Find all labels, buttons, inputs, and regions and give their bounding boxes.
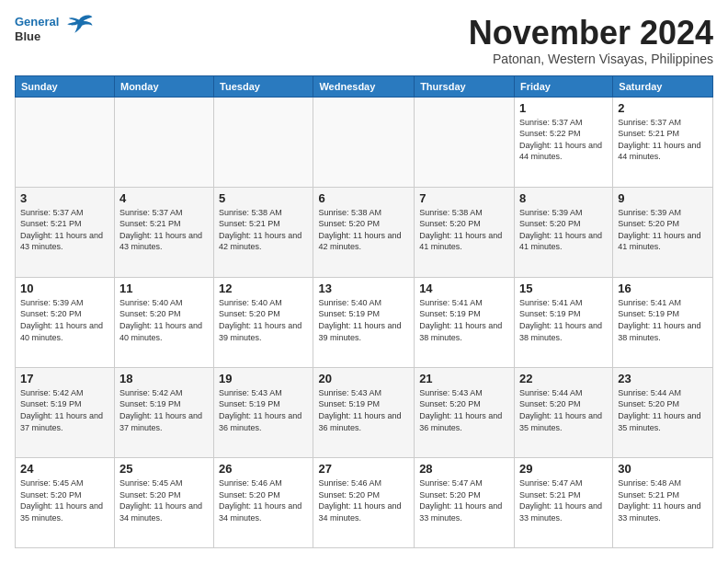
- calendar-cell: 3Sunrise: 5:37 AM Sunset: 5:21 PM Daylig…: [16, 187, 115, 277]
- day-info: Sunrise: 5:39 AM Sunset: 5:20 PM Dayligh…: [618, 207, 708, 253]
- day-number: 12: [219, 282, 308, 295]
- day-info: Sunrise: 5:44 AM Sunset: 5:20 PM Dayligh…: [519, 387, 608, 433]
- day-number: 30: [618, 462, 708, 476]
- calendar-cell: 26Sunrise: 5:46 AM Sunset: 5:20 PM Dayli…: [214, 457, 313, 547]
- page: General Blue November 2024 Patonan, West…: [0, 0, 728, 563]
- calendar-cell: 18Sunrise: 5:42 AM Sunset: 5:19 PM Dayli…: [114, 367, 213, 457]
- day-number: 11: [119, 282, 209, 295]
- col-sunday: Sunday: [16, 75, 115, 97]
- day-number: 22: [519, 372, 608, 385]
- day-number: 16: [618, 282, 708, 295]
- day-number: 20: [318, 372, 409, 385]
- day-info: Sunrise: 5:40 AM Sunset: 5:20 PM Dayligh…: [219, 297, 308, 343]
- calendar-cell: 30Sunrise: 5:48 AM Sunset: 5:21 PM Dayli…: [613, 457, 713, 547]
- day-info: Sunrise: 5:46 AM Sunset: 5:20 PM Dayligh…: [318, 477, 409, 523]
- calendar-cell: 28Sunrise: 5:47 AM Sunset: 5:20 PM Dayli…: [415, 457, 515, 547]
- calendar-cell: 11Sunrise: 5:40 AM Sunset: 5:20 PM Dayli…: [114, 277, 213, 367]
- calendar-cell: [114, 97, 213, 187]
- calendar-cell: 14Sunrise: 5:41 AM Sunset: 5:19 PM Dayli…: [415, 277, 515, 367]
- calendar-cell: 4Sunrise: 5:37 AM Sunset: 5:21 PM Daylig…: [114, 187, 213, 277]
- day-number: 10: [20, 282, 109, 295]
- day-number: 14: [419, 282, 509, 295]
- day-info: Sunrise: 5:44 AM Sunset: 5:20 PM Dayligh…: [618, 387, 708, 433]
- title-block: November 2024 Patonan, Western Visayas, …: [469, 15, 713, 66]
- calendar-cell: 29Sunrise: 5:47 AM Sunset: 5:21 PM Dayli…: [514, 457, 612, 547]
- calendar-cell: 7Sunrise: 5:38 AM Sunset: 5:20 PM Daylig…: [415, 187, 515, 277]
- day-number: 3: [20, 191, 109, 205]
- day-number: 1: [519, 101, 608, 115]
- calendar-week-row: 3Sunrise: 5:37 AM Sunset: 5:21 PM Daylig…: [16, 187, 713, 277]
- day-info: Sunrise: 5:37 AM Sunset: 5:21 PM Dayligh…: [20, 207, 109, 253]
- day-number: 28: [419, 462, 509, 476]
- day-number: 9: [618, 191, 708, 205]
- logo: General Blue: [15, 15, 94, 43]
- calendar-cell: 25Sunrise: 5:45 AM Sunset: 5:20 PM Dayli…: [114, 457, 213, 547]
- day-info: Sunrise: 5:41 AM Sunset: 5:19 PM Dayligh…: [519, 297, 608, 343]
- calendar-cell: 13Sunrise: 5:40 AM Sunset: 5:19 PM Dayli…: [313, 277, 415, 367]
- calendar-cell: 15Sunrise: 5:41 AM Sunset: 5:19 PM Dayli…: [514, 277, 612, 367]
- day-info: Sunrise: 5:46 AM Sunset: 5:20 PM Dayligh…: [219, 477, 308, 523]
- day-number: 24: [20, 462, 109, 476]
- day-number: 26: [219, 462, 308, 476]
- day-info: Sunrise: 5:38 AM Sunset: 5:20 PM Dayligh…: [318, 207, 409, 253]
- calendar-cell: 9Sunrise: 5:39 AM Sunset: 5:20 PM Daylig…: [613, 187, 713, 277]
- day-info: Sunrise: 5:42 AM Sunset: 5:19 PM Dayligh…: [20, 387, 109, 433]
- day-info: Sunrise: 5:40 AM Sunset: 5:19 PM Dayligh…: [318, 297, 409, 343]
- day-number: 21: [419, 372, 509, 385]
- calendar-cell: 12Sunrise: 5:40 AM Sunset: 5:20 PM Dayli…: [214, 277, 313, 367]
- day-number: 2: [618, 101, 708, 115]
- day-number: 4: [119, 191, 209, 205]
- calendar-week-row: 10Sunrise: 5:39 AM Sunset: 5:20 PM Dayli…: [16, 277, 713, 367]
- day-number: 5: [219, 191, 308, 205]
- day-info: Sunrise: 5:38 AM Sunset: 5:21 PM Dayligh…: [219, 207, 308, 253]
- col-saturday: Saturday: [613, 75, 713, 97]
- calendar-cell: 10Sunrise: 5:39 AM Sunset: 5:20 PM Dayli…: [16, 277, 115, 367]
- day-info: Sunrise: 5:38 AM Sunset: 5:20 PM Dayligh…: [419, 207, 509, 253]
- calendar-cell: 20Sunrise: 5:43 AM Sunset: 5:19 PM Dayli…: [313, 367, 415, 457]
- calendar-cell: 16Sunrise: 5:41 AM Sunset: 5:19 PM Dayli…: [613, 277, 713, 367]
- day-number: 27: [318, 462, 409, 476]
- calendar-cell: 6Sunrise: 5:38 AM Sunset: 5:20 PM Daylig…: [313, 187, 415, 277]
- calendar-cell: 8Sunrise: 5:39 AM Sunset: 5:20 PM Daylig…: [514, 187, 612, 277]
- calendar-week-row: 24Sunrise: 5:45 AM Sunset: 5:20 PM Dayli…: [16, 457, 713, 547]
- day-number: 17: [20, 372, 109, 385]
- day-info: Sunrise: 5:43 AM Sunset: 5:19 PM Dayligh…: [318, 387, 409, 433]
- calendar-cell: 1Sunrise: 5:37 AM Sunset: 5:22 PM Daylig…: [514, 97, 612, 187]
- calendar-cell: [415, 97, 515, 187]
- col-tuesday: Tuesday: [214, 75, 313, 97]
- calendar-table: Sunday Monday Tuesday Wednesday Thursday…: [15, 75, 713, 548]
- day-info: Sunrise: 5:37 AM Sunset: 5:21 PM Dayligh…: [618, 117, 708, 163]
- calendar-cell: [214, 97, 313, 187]
- day-info: Sunrise: 5:47 AM Sunset: 5:21 PM Dayligh…: [519, 477, 608, 523]
- calendar-cell: 19Sunrise: 5:43 AM Sunset: 5:19 PM Dayli…: [214, 367, 313, 457]
- calendar-cell: 22Sunrise: 5:44 AM Sunset: 5:20 PM Dayli…: [514, 367, 612, 457]
- day-info: Sunrise: 5:37 AM Sunset: 5:21 PM Dayligh…: [119, 207, 209, 253]
- calendar-cell: 23Sunrise: 5:44 AM Sunset: 5:20 PM Dayli…: [613, 367, 713, 457]
- calendar-cell: 2Sunrise: 5:37 AM Sunset: 5:21 PM Daylig…: [613, 97, 713, 187]
- day-info: Sunrise: 5:37 AM Sunset: 5:22 PM Dayligh…: [519, 117, 608, 163]
- logo-general: General: [15, 15, 59, 29]
- month-title: November 2024: [469, 15, 713, 52]
- col-monday: Monday: [114, 75, 213, 97]
- day-number: 7: [419, 191, 509, 205]
- day-info: Sunrise: 5:39 AM Sunset: 5:20 PM Dayligh…: [519, 207, 608, 253]
- calendar-cell: 27Sunrise: 5:46 AM Sunset: 5:20 PM Dayli…: [313, 457, 415, 547]
- calendar-week-row: 17Sunrise: 5:42 AM Sunset: 5:19 PM Dayli…: [16, 367, 713, 457]
- day-info: Sunrise: 5:39 AM Sunset: 5:20 PM Dayligh…: [20, 297, 109, 343]
- calendar-cell: 5Sunrise: 5:38 AM Sunset: 5:21 PM Daylig…: [214, 187, 313, 277]
- calendar-cell: 17Sunrise: 5:42 AM Sunset: 5:19 PM Dayli…: [16, 367, 115, 457]
- day-info: Sunrise: 5:45 AM Sunset: 5:20 PM Dayligh…: [119, 477, 209, 523]
- day-info: Sunrise: 5:48 AM Sunset: 5:21 PM Dayligh…: [618, 477, 708, 523]
- calendar-cell: [313, 97, 415, 187]
- day-info: Sunrise: 5:43 AM Sunset: 5:20 PM Dayligh…: [419, 387, 509, 433]
- day-number: 8: [519, 191, 608, 205]
- calendar-cell: 24Sunrise: 5:45 AM Sunset: 5:20 PM Dayli…: [16, 457, 115, 547]
- calendar-cell: [16, 97, 115, 187]
- col-wednesday: Wednesday: [313, 75, 415, 97]
- calendar-week-row: 1Sunrise: 5:37 AM Sunset: 5:22 PM Daylig…: [16, 97, 713, 187]
- day-info: Sunrise: 5:45 AM Sunset: 5:20 PM Dayligh…: [20, 477, 109, 523]
- day-number: 23: [618, 372, 708, 385]
- day-info: Sunrise: 5:47 AM Sunset: 5:20 PM Dayligh…: [419, 477, 509, 523]
- calendar-header-row: Sunday Monday Tuesday Wednesday Thursday…: [16, 75, 713, 97]
- day-number: 19: [219, 372, 308, 385]
